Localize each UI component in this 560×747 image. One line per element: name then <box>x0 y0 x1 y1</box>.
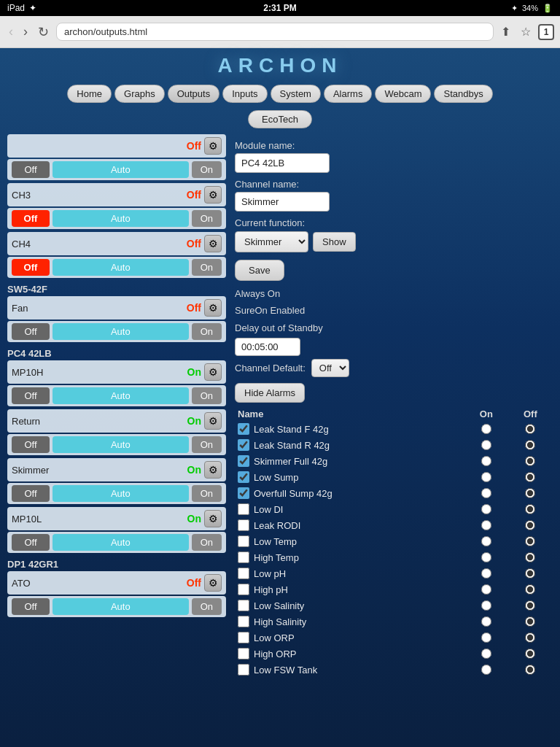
save-button[interactable]: Save <box>235 260 284 281</box>
nav-alarms[interactable]: Alarms <box>324 85 372 103</box>
on-btn-mp10h[interactable]: On <box>192 387 222 404</box>
off-btn-fan[interactable]: Off <box>12 323 50 340</box>
gear-button-fan[interactable]: ⚙ <box>204 299 222 317</box>
alarm-checkbox[interactable] <box>238 503 249 515</box>
off-btn-mp10l[interactable]: Off <box>12 534 50 551</box>
alarm-off-radio[interactable] <box>525 584 535 595</box>
share-button[interactable]: ⬆ <box>498 23 513 40</box>
alarm-checkbox[interactable] <box>238 616 249 627</box>
auto-btn-mp10h[interactable]: Auto <box>52 387 189 404</box>
auto-btn-ch3[interactable]: Auto <box>52 210 189 227</box>
alarm-off-radio[interactable] <box>525 649 535 659</box>
gear-button-1[interactable]: ⚙ <box>204 137 222 155</box>
url-input[interactable] <box>56 23 494 41</box>
alarm-off-radio[interactable] <box>525 536 535 546</box>
alarm-on-radio[interactable] <box>481 584 491 595</box>
alarm-checkbox[interactable] <box>238 535 249 547</box>
alarm-checkbox[interactable] <box>238 439 249 451</box>
alarm-checkbox[interactable] <box>238 519 249 531</box>
nav-home[interactable]: Home <box>67 85 112 103</box>
forward-button[interactable]: › <box>20 23 31 41</box>
off-btn-return[interactable]: Off <box>12 436 50 453</box>
off-btn-ato[interactable]: Off <box>12 598 50 615</box>
alarm-off-radio[interactable] <box>525 616 535 627</box>
auto-btn-return[interactable]: Auto <box>52 436 189 453</box>
alarm-off-radio[interactable] <box>525 552 535 562</box>
alarm-off-radio[interactable] <box>525 665 535 675</box>
on-btn-1[interactable]: On <box>192 161 222 178</box>
alarm-checkbox[interactable] <box>238 584 249 595</box>
on-btn-ch3[interactable]: On <box>192 210 222 227</box>
auto-btn-ato[interactable]: Auto <box>52 598 189 615</box>
auto-btn-fan[interactable]: Auto <box>52 323 189 340</box>
alarm-on-radio[interactable] <box>481 504 491 514</box>
hide-alarms-button[interactable]: Hide Alarms <box>235 383 305 403</box>
alarm-off-radio[interactable] <box>525 520 535 530</box>
alarm-checkbox[interactable] <box>238 423 249 435</box>
alarm-checkbox[interactable] <box>238 664 249 676</box>
alarm-on-radio[interactable] <box>481 616 491 627</box>
alarm-off-radio[interactable] <box>525 504 535 514</box>
auto-btn-mp10l[interactable]: Auto <box>52 534 189 551</box>
off-btn-skimmer[interactable]: Off <box>12 485 50 502</box>
nav-graphs[interactable]: Graphs <box>114 85 165 103</box>
auto-btn-1[interactable]: Auto <box>52 161 189 178</box>
alarm-checkbox[interactable] <box>238 600 249 611</box>
alarm-on-radio[interactable] <box>481 665 491 675</box>
off-btn-ch3[interactable]: Off <box>12 210 50 227</box>
alarm-on-radio[interactable] <box>481 424 491 434</box>
delay-input[interactable] <box>235 338 300 356</box>
alarm-checkbox[interactable] <box>238 648 249 659</box>
alarm-off-radio[interactable] <box>525 456 535 466</box>
tab-count[interactable]: 1 <box>538 24 554 40</box>
nav-outputs[interactable]: Outputs <box>168 85 220 103</box>
channel-default-select[interactable]: Off On <box>311 359 349 377</box>
alarm-off-radio[interactable] <box>525 632 535 643</box>
alarm-off-radio[interactable] <box>525 600 535 611</box>
alarm-off-radio[interactable] <box>525 440 535 450</box>
gear-button-ch4[interactable]: ⚙ <box>204 235 222 252</box>
alarm-on-radio[interactable] <box>481 568 491 578</box>
on-btn-mp10l[interactable]: On <box>192 534 222 551</box>
alarm-off-radio[interactable] <box>525 472 535 482</box>
alarm-checkbox[interactable] <box>238 487 249 499</box>
alarm-on-radio[interactable] <box>481 456 491 466</box>
show-button[interactable]: Show <box>313 232 356 252</box>
channel-name-input[interactable] <box>235 192 330 212</box>
bookmark-button[interactable]: ☆ <box>518 23 534 40</box>
gear-button-mp10h[interactable]: ⚙ <box>204 363 222 381</box>
alarm-off-radio[interactable] <box>525 488 535 498</box>
auto-btn-skimmer[interactable]: Auto <box>52 485 189 502</box>
gear-button-ch3[interactable]: ⚙ <box>204 186 222 204</box>
alarm-checkbox[interactable] <box>238 568 249 579</box>
reload-button[interactable]: ↻ <box>35 23 52 42</box>
alarm-checkbox[interactable] <box>238 551 249 563</box>
alarm-checkbox[interactable] <box>238 632 249 643</box>
gear-button-return[interactable]: ⚙ <box>204 412 222 430</box>
alarm-on-radio[interactable] <box>481 440 491 450</box>
nav-standbys[interactable]: Standbys <box>434 85 492 103</box>
alarm-on-radio[interactable] <box>481 520 491 530</box>
alarm-on-radio[interactable] <box>481 600 491 611</box>
nav-webcam[interactable]: Webcam <box>375 85 431 103</box>
alarm-off-radio[interactable] <box>525 424 535 434</box>
module-name-input[interactable] <box>235 153 330 173</box>
on-btn-return[interactable]: On <box>192 436 222 453</box>
nav-system[interactable]: System <box>271 85 321 103</box>
alarm-on-radio[interactable] <box>481 472 491 482</box>
on-btn-fan[interactable]: On <box>192 323 222 340</box>
alarm-checkbox[interactable] <box>238 455 249 467</box>
off-btn-1[interactable]: Off <box>12 161 50 178</box>
alarm-on-radio[interactable] <box>481 536 491 546</box>
gear-button-skimmer[interactable]: ⚙ <box>204 461 222 479</box>
alarm-on-radio[interactable] <box>481 552 491 562</box>
on-btn-skimmer[interactable]: On <box>192 485 222 502</box>
auto-btn-ch4[interactable]: Auto <box>52 259 189 276</box>
alarm-on-radio[interactable] <box>481 632 491 643</box>
nav-inputs[interactable]: Inputs <box>222 85 267 103</box>
off-btn-ch4[interactable]: Off <box>12 259 50 276</box>
on-btn-ch4[interactable]: On <box>192 259 222 276</box>
function-select[interactable]: Skimmer Always On Return <box>235 231 308 252</box>
gear-button-ato[interactable]: ⚙ <box>204 574 222 592</box>
alarm-off-radio[interactable] <box>525 568 535 578</box>
